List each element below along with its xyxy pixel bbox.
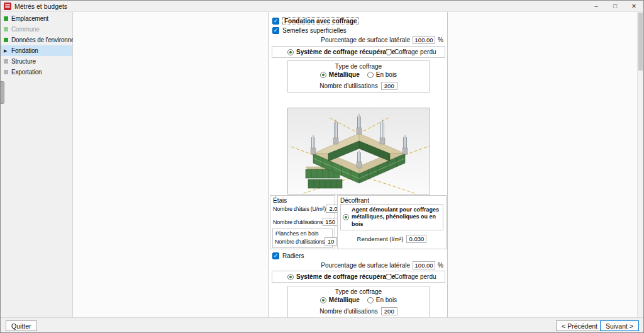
etais-uses-label: Nombre d'utilisations bbox=[273, 219, 323, 225]
radio-en-bois-1[interactable] bbox=[367, 72, 374, 78]
main-area: ✓ Fondation avec coffrage ✓ Semelles sup… bbox=[73, 12, 643, 317]
sidebar-item-commune: Commune bbox=[1, 24, 72, 35]
rendement-label: Rendement (l/m²) bbox=[357, 235, 404, 242]
option-metallique-1: Métallique bbox=[320, 71, 360, 78]
planches-uses-row: Nombre d'utilisations bbox=[275, 237, 331, 246]
radiers-row: ✓ Radiers bbox=[272, 252, 304, 259]
previous-button[interactable]: < Précédent bbox=[556, 320, 603, 331]
planches-title: Planches en bois bbox=[275, 230, 319, 237]
option-label: Coffrage perdu bbox=[394, 273, 436, 280]
etais-uses-row: Nombre d'utilisations bbox=[273, 218, 333, 226]
form-panel: ✓ Fondation avec coffrage ✓ Semelles sup… bbox=[268, 12, 448, 317]
minimize-button[interactable]: – bbox=[587, 1, 606, 11]
rendement-input[interactable] bbox=[406, 235, 426, 243]
etais-count-row: Nombre d'étais (U/m²) bbox=[273, 205, 333, 213]
type-coffrage-title: Type de coffrage bbox=[288, 288, 429, 295]
radiers-label: Radiers bbox=[282, 252, 304, 259]
etais-count-label: Nombre d'étais (U/m²) bbox=[273, 206, 326, 212]
option-en-bois-1: En bois bbox=[367, 71, 397, 78]
radio-coffrage-perdu-1[interactable] bbox=[386, 49, 392, 55]
sidebar-item-emplacement[interactable]: Emplacement bbox=[1, 13, 72, 24]
radio-systeme-recuperable-2[interactable] bbox=[287, 274, 294, 280]
uses-row-2: Nombre d'utilisations bbox=[288, 307, 429, 315]
type-coffrage-options-1: Métallique En bois bbox=[288, 71, 429, 78]
option-label: En bois bbox=[376, 71, 397, 78]
decoffrant-group: Décoffrant Agent démoulant pour coffrage… bbox=[337, 195, 447, 249]
radio-coffrage-perdu-2[interactable] bbox=[386, 274, 392, 280]
step-pending-icon bbox=[4, 59, 8, 64]
pct-surface-row-1: Pourcentage de surface latérale % bbox=[321, 36, 443, 44]
pct-unit-label: % bbox=[438, 37, 443, 43]
sidebar-item-donnees-environnement[interactable]: Données de l'environnement bbox=[1, 35, 72, 45]
next-button[interactable]: Suivant > bbox=[600, 320, 639, 331]
checkmark-icon: ✓ bbox=[274, 18, 279, 24]
pct-surface-label: Pourcentage de surface latérale bbox=[321, 37, 410, 43]
type-coffrage-group-1: Type de coffrage Métallique En bois Nomb… bbox=[287, 60, 430, 93]
option-label: En bois bbox=[376, 296, 397, 303]
sidebar-item-structure[interactable]: Structure bbox=[1, 56, 72, 67]
footer-bar: Quitter < Précédent Suivant > bbox=[1, 317, 643, 332]
pct-surface-label: Pourcentage de surface latérale bbox=[321, 262, 410, 269]
foundation-3d-render bbox=[288, 108, 430, 195]
checkmark-icon: ✓ bbox=[274, 27, 279, 33]
sidebar-item-label: Emplacement bbox=[11, 15, 48, 22]
option-label: Système de coffrage récupérable bbox=[296, 48, 395, 55]
option-en-bois-2: En bois bbox=[367, 296, 397, 303]
coffrage-system-group-1: Système de coffrage récupérable Coffrage… bbox=[272, 46, 445, 58]
radio-agent-demoulant[interactable] bbox=[343, 214, 349, 220]
option-label: Métallique bbox=[329, 296, 360, 303]
semelles-label: Semelles superficielles bbox=[282, 27, 347, 34]
pct-surface-input-1[interactable] bbox=[413, 36, 435, 44]
step-pending-icon bbox=[4, 70, 8, 74]
uses-input-2[interactable] bbox=[381, 307, 397, 315]
vertical-scrollbar[interactable] bbox=[637, 12, 643, 317]
sidebar-item-label: Fondation bbox=[11, 47, 38, 54]
uses-row-1: Nombre d'utilisations bbox=[288, 82, 429, 90]
uses-label: Nombre d'utilisations bbox=[319, 308, 378, 315]
radiers-checkbox[interactable]: ✓ bbox=[272, 252, 279, 259]
radio-systeme-recuperable-1[interactable] bbox=[287, 49, 294, 55]
scrollbar-thumb[interactable] bbox=[638, 13, 643, 71]
pct-surface-input-2[interactable] bbox=[413, 261, 435, 269]
option-label: Système de coffrage récupérable bbox=[296, 273, 395, 280]
planches-uses-label: Nombre d'utilisations bbox=[275, 239, 325, 245]
semelles-row: ✓ Semelles superficielles bbox=[272, 27, 347, 34]
radio-metallique-2[interactable] bbox=[320, 297, 326, 303]
rendement-row: Rendement (l/m²) bbox=[338, 235, 446, 243]
option-label: Métallique bbox=[329, 71, 360, 78]
coffrage-system-group-2: Système de coffrage récupérable Coffrage… bbox=[272, 271, 445, 283]
sidebar-item-fondation[interactable]: ▶ Fondation bbox=[1, 45, 72, 56]
etais-group: Étais Nombre d'étais (U/m²) Nombre d'uti… bbox=[270, 195, 335, 249]
sidebar-item-exportation[interactable]: Exportation bbox=[1, 67, 72, 77]
option-label: Coffrage perdu bbox=[394, 48, 436, 55]
type-coffrage-title: Type de coffrage bbox=[288, 63, 429, 70]
collapsed-panel-tab[interactable] bbox=[1, 81, 4, 104]
option-coffrage-perdu-2: Coffrage perdu bbox=[386, 273, 436, 280]
close-button[interactable]: ✕ bbox=[625, 1, 643, 11]
option-systeme-recuperable-1: Système de coffrage récupérable bbox=[287, 48, 395, 55]
quit-button[interactable]: Quitter bbox=[6, 320, 37, 331]
semelles-checkbox[interactable]: ✓ bbox=[272, 27, 279, 34]
sidebar-item-label: Exportation bbox=[11, 69, 42, 76]
radio-en-bois-2[interactable] bbox=[367, 297, 374, 303]
decoffrant-title: Décoffrant bbox=[340, 197, 369, 204]
pct-surface-row-2: Pourcentage de surface latérale % bbox=[321, 261, 443, 269]
radio-metallique-1[interactable] bbox=[320, 72, 326, 78]
app-icon bbox=[4, 3, 11, 10]
wizard-steps-sidebar: Emplacement Commune Données de l'environ… bbox=[1, 12, 73, 317]
app-window: Métrés et budgets – □ ✕ Emplacement Comm… bbox=[0, 0, 644, 333]
sidebar-item-label: Commune bbox=[11, 26, 40, 33]
fondation-coffrage-checkbox[interactable]: ✓ bbox=[272, 18, 279, 25]
fondation-coffrage-label: Fondation avec coffrage bbox=[282, 17, 359, 25]
planches-uses-input[interactable] bbox=[325, 237, 337, 246]
sidebar-item-label: Structure bbox=[11, 58, 36, 65]
type-coffrage-options-2: Métallique En bois bbox=[288, 296, 429, 303]
current-step-arrow-icon: ▶ bbox=[4, 48, 8, 54]
window-controls: – □ ✕ bbox=[587, 1, 643, 11]
uses-input-1[interactable] bbox=[381, 82, 397, 90]
fondation-coffrage-row: ✓ Fondation avec coffrage bbox=[272, 17, 359, 25]
maximize-button[interactable]: □ bbox=[606, 1, 625, 11]
option-metallique-2: Métallique bbox=[320, 296, 360, 303]
etais-uses-input[interactable] bbox=[323, 218, 338, 226]
step-done-icon bbox=[4, 16, 8, 21]
